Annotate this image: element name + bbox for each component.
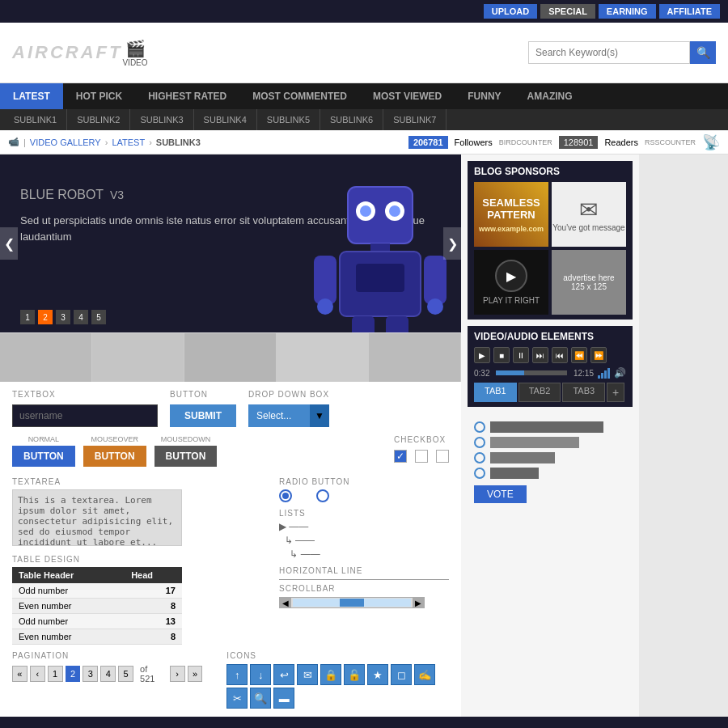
nav-item-funny[interactable]: FUNNY — [455, 83, 514, 109]
search-input[interactable] — [528, 41, 690, 64]
page-first-button[interactable]: « — [12, 666, 28, 682]
textbox-group: TEXTBOX — [12, 390, 158, 427]
textarea-input[interactable]: This is a textarea. Lorem ipsum dolor si… — [12, 489, 182, 546]
dot-3[interactable]: 3 — [56, 310, 70, 324]
sponsor-pattern[interactable]: SEAMLESS PATTERN www.example.com — [474, 182, 548, 247]
icon-mail[interactable]: ✉ — [297, 664, 318, 685]
upload-button[interactable]: UPLOAD — [484, 4, 537, 19]
page-2[interactable]: 2 — [66, 666, 81, 682]
scrollbar[interactable]: ◀ ▶ — [279, 597, 425, 608]
dot-4[interactable]: 4 — [74, 310, 88, 324]
page-prev-button[interactable]: ‹ — [30, 666, 45, 682]
search-button[interactable]: 🔍 — [690, 41, 716, 64]
special-button[interactable]: SPECIAL — [540, 4, 595, 19]
pause-audio-button[interactable]: ⏸ — [513, 347, 529, 363]
dot-2[interactable]: 2 — [38, 310, 53, 324]
icon-up[interactable]: ↑ — [226, 664, 248, 685]
mouseover-button[interactable]: BUTTON — [83, 446, 146, 467]
sublink7[interactable]: SUBLINK7 — [383, 109, 447, 130]
sponsor-mail[interactable]: ✉ You've got message — [552, 182, 626, 247]
vote-button[interactable]: VOTE — [474, 485, 527, 503]
sublink4[interactable]: SUBLINK4 — [194, 109, 257, 130]
rewind-audio-button[interactable]: ⏮ — [552, 347, 568, 363]
slider-next-button[interactable]: ❯ — [443, 227, 461, 260]
page-1[interactable]: 1 — [48, 666, 63, 682]
poll-radio-4[interactable] — [474, 468, 485, 479]
checkbox-2[interactable] — [415, 450, 428, 463]
breadcrumb-video-gallery[interactable]: VIDEO GALLERY — [30, 138, 101, 147]
tab1[interactable]: TAB1 — [474, 383, 517, 402]
sponsor-play[interactable]: ▶ PLAY IT RIGHT — [474, 250, 548, 315]
audio-progress-bar[interactable] — [496, 370, 567, 375]
username-input[interactable] — [12, 404, 158, 427]
followers-count: 206781 — [408, 136, 448, 149]
poll-radio-1[interactable] — [474, 421, 485, 433]
tab2[interactable]: TAB2 — [518, 383, 561, 402]
thumb-1[interactable] — [0, 333, 92, 382]
radio-2[interactable] — [316, 489, 329, 502]
sublink3[interactable]: SUBLINK3 — [130, 109, 193, 130]
tab3[interactable]: TAB3 — [562, 383, 605, 402]
icon-down[interactable]: ↓ — [250, 664, 271, 685]
checkbox-3[interactable] — [436, 450, 449, 463]
tab-add-button[interactable]: + — [607, 383, 624, 402]
forward-audio-button[interactable]: ⏭ — [532, 347, 548, 363]
page-3[interactable]: 3 — [83, 666, 98, 682]
submit-button[interactable]: SUBMIT — [170, 404, 236, 427]
sponsor-advertise[interactable]: advertise here 125 x 125 — [552, 250, 626, 315]
icon-star[interactable]: ★ — [367, 664, 388, 685]
page-last-button[interactable]: » — [188, 666, 203, 682]
thumb-3[interactable] — [184, 333, 277, 382]
breadcrumb-latest[interactable]: LATEST — [112, 138, 145, 147]
icon-cut[interactable]: ✂ — [226, 688, 248, 709]
thumb-2[interactable] — [92, 333, 184, 382]
icon-edit[interactable]: ✍ — [414, 664, 435, 685]
nav-item-highest[interactable]: HIGHEST RATED — [135, 83, 239, 109]
icon-square[interactable]: ◻ — [391, 664, 412, 685]
volume-icon[interactable]: 🔊 — [614, 367, 626, 379]
play-button[interactable]: ▶ — [495, 260, 527, 292]
icon-search[interactable]: 🔍 — [250, 688, 271, 709]
dot-1[interactable]: 1 — [20, 310, 35, 324]
poll-radio-3[interactable] — [474, 452, 485, 463]
normal-button[interactable]: BUTTON — [12, 446, 75, 467]
list-item-1[interactable]: ▶ —— — [279, 521, 449, 532]
icon-unlock[interactable]: 🔓 — [344, 664, 365, 685]
icon-lock[interactable]: 🔒 — [320, 664, 341, 685]
nav-item-amazing[interactable]: AMAZING — [514, 83, 586, 109]
nav-item-latest[interactable]: LATEST — [0, 83, 63, 109]
slider-prev-button[interactable]: ❮ — [0, 227, 18, 260]
affiliate-button[interactable]: AFFILIATE — [659, 4, 720, 19]
icon-return[interactable]: ↩ — [273, 664, 294, 685]
scroll-right-button[interactable]: ▶ — [413, 597, 424, 608]
sublink5[interactable]: SUBLINK5 — [257, 109, 320, 130]
page-next-button[interactable]: › — [170, 666, 185, 682]
list-item-2[interactable]: ↳ —— — [279, 535, 449, 546]
nav-item-commented[interactable]: MOST COMMENTED — [239, 83, 360, 109]
earning-button[interactable]: EARNING — [599, 4, 656, 19]
scroll-left-button[interactable]: ◀ — [280, 597, 291, 608]
sublink2[interactable]: SUBLINK2 — [67, 109, 130, 130]
page-4[interactable]: 4 — [100, 666, 116, 682]
icon-minus[interactable]: ▬ — [273, 688, 294, 709]
prev-track-button[interactable]: ⏪ — [571, 347, 587, 363]
next-track-button[interactable]: ⏩ — [590, 347, 607, 363]
poll-radio-2[interactable] — [474, 437, 485, 448]
radio-1[interactable] — [279, 489, 292, 502]
sublink1[interactable]: SUBLINK1 — [4, 109, 67, 130]
sublink6[interactable]: SUBLINK6 — [320, 109, 383, 130]
thumb-5[interactable] — [369, 333, 461, 382]
thumb-4[interactable] — [277, 333, 369, 382]
scroll-thumb[interactable] — [340, 599, 364, 607]
nav-item-viewed[interactable]: MOST VIEWED — [360, 83, 455, 109]
dot-5[interactable]: 5 — [91, 310, 106, 324]
stop-audio-button[interactable]: ■ — [493, 347, 510, 363]
page-5[interactable]: 5 — [118, 666, 133, 682]
dropdown-value[interactable]: Select... — [248, 404, 310, 427]
nav-item-hotpick[interactable]: HOT PICK — [63, 83, 135, 109]
list-item-3[interactable]: ↳ —— — [279, 548, 449, 560]
play-audio-button[interactable]: ▶ — [474, 347, 490, 363]
checkbox-1[interactable]: ✓ — [394, 450, 407, 463]
mousedown-button[interactable]: BUTTON — [154, 446, 218, 467]
dropdown-arrow-icon[interactable]: ▼ — [310, 404, 329, 427]
